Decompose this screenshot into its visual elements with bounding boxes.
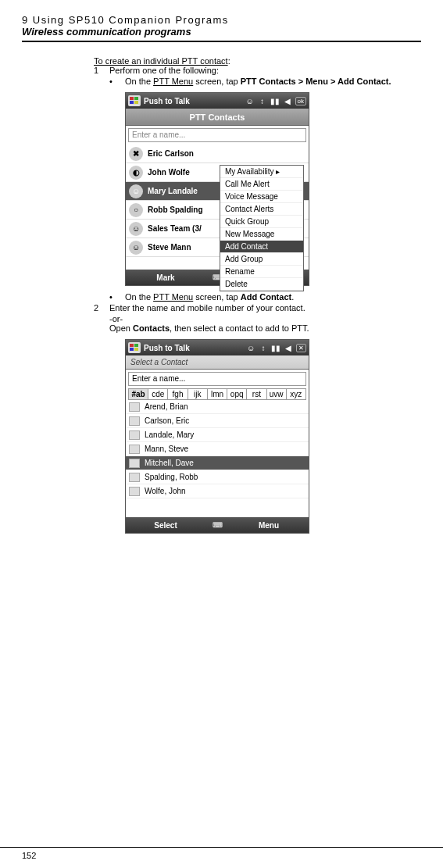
screen-heading: PTT Contacts — [126, 109, 309, 126]
signal-icon: ▮▮ — [270, 344, 281, 352]
step-num: 1 — [94, 66, 109, 75]
phone-frame: Push to Talk ☺ ↕ ▮▮ ◀ ok PTT Contacts En… — [125, 92, 309, 286]
status-circle-icon: ○ — [129, 203, 143, 217]
smiley-status-icon: ☺ — [245, 97, 255, 105]
tab[interactable]: #ab — [129, 389, 148, 399]
soft-key-right[interactable]: Menu — [229, 521, 309, 530]
phone-frame: Push to Talk ☺ ↕ ▮▮ ◀ ✕ Select a Contact… — [125, 339, 309, 534]
list-item-label: Steve Mann — [148, 243, 191, 252]
speaker-icon: ◀ — [282, 97, 293, 105]
list-item[interactable]: ✖Eric Carlson — [126, 145, 309, 163]
search-input[interactable]: Enter a name... — [128, 372, 306, 386]
svg-rect-4 — [130, 344, 134, 347]
svg-rect-0 — [130, 97, 134, 100]
step-1: 1 Perform one of the following: — [94, 66, 405, 75]
list-item[interactable]: Landale, Mary — [126, 428, 309, 442]
contact-card-icon — [129, 445, 140, 454]
tab[interactable]: ijk — [188, 389, 208, 399]
menu-item-selected[interactable]: Add Contact — [220, 241, 303, 253]
contact-card-icon — [129, 459, 140, 468]
tab[interactable]: rst — [247, 389, 266, 399]
status-smiley-icon: ☺ — [129, 222, 143, 236]
bullet-1a: • On the PTT Menu screen, tap PTT Contac… — [109, 77, 405, 86]
menu-item[interactable]: New Message — [220, 228, 303, 241]
list-item-label: Landale, Mary — [145, 430, 194, 439]
tab[interactable]: fgh — [168, 389, 188, 399]
menu-item[interactable]: My Availability ▸ — [220, 166, 303, 178]
smiley-status-icon: ☺ — [245, 344, 256, 352]
list-item-label: Eric Carlson — [148, 149, 194, 158]
list-item-label: Robb Spalding — [148, 205, 203, 214]
search-input[interactable]: Enter a name... — [128, 128, 306, 142]
list-item-label: Mann, Steve — [145, 445, 188, 453]
windows-flag-icon — [128, 342, 141, 353]
menu-item[interactable]: Voice Message — [220, 191, 303, 203]
list-item[interactable]: Spalding, Robb — [126, 470, 309, 484]
status-x-icon: ✖ — [129, 147, 143, 161]
ptt-menu-link: PTT Menu — [153, 292, 193, 302]
list-item[interactable]: Carlson, Eric — [126, 414, 309, 428]
window-title: Push to Talk — [144, 97, 244, 105]
step-2b: Open Contacts, then select a contact to … — [109, 323, 405, 333]
menu-item[interactable]: Call Me Alert — [220, 178, 303, 191]
tab[interactable]: cde — [148, 389, 168, 399]
sync-icon: ↕ — [257, 97, 268, 105]
keyboard-icon[interactable]: ⌨ — [205, 521, 229, 529]
contact-list: Arend, Brian Carlson, Eric Landale, Mary… — [126, 400, 309, 517]
bold-label: Contacts — [133, 323, 170, 333]
menu-item[interactable]: Add Group — [220, 253, 303, 266]
contact-card-icon — [129, 473, 140, 482]
menu-item[interactable]: Quick Group — [220, 216, 303, 228]
title-bar: Push to Talk ☺ ↕ ▮▮ ◀ ok — [126, 93, 309, 109]
bold-label: Add Contact — [241, 292, 291, 302]
screenshot-2: Push to Talk ☺ ↕ ▮▮ ◀ ✕ Select a Contact… — [125, 339, 405, 534]
list-item-label: Mitchell, Dave — [145, 459, 194, 467]
list-item-label: Spalding, Robb — [145, 473, 198, 481]
list-item-label: Carlson, Eric — [145, 416, 189, 425]
contact-card-icon — [129, 487, 140, 496]
list-item-label: Mary Landale — [148, 187, 198, 195]
sync-icon: ↕ — [258, 344, 269, 352]
svg-rect-6 — [130, 348, 134, 351]
bullet-dot-icon: • — [109, 77, 125, 86]
intro-link: To create an individual PTT contact — [94, 56, 228, 66]
ok-button[interactable]: ok — [295, 97, 306, 105]
screenshot-1: Push to Talk ☺ ↕ ▮▮ ◀ ok PTT Contacts En… — [125, 92, 405, 286]
signal-icon: ▮▮ — [270, 97, 280, 105]
svg-rect-2 — [130, 101, 134, 104]
list-item-label: Arend, Brian — [145, 402, 188, 411]
status-half-icon: ◐ — [129, 166, 143, 180]
header-chapter: 9 Using SP510 Companion Programs — [22, 14, 421, 26]
page-header: 9 Using SP510 Companion Programs Wireles… — [22, 14, 421, 42]
list-item[interactable]: Arend, Brian — [126, 400, 309, 414]
soft-key-left[interactable]: Mark — [126, 273, 205, 282]
menu-item[interactable]: Delete — [220, 278, 303, 291]
soft-key-bar: Select ⌨ Menu — [126, 517, 309, 533]
svg-rect-7 — [134, 348, 138, 351]
windows-flag-icon — [128, 95, 141, 106]
bullet-1b: • On the PTT Menu screen, tap Add Contac… — [109, 292, 405, 302]
header-section: Wireless communication programs — [22, 26, 421, 38]
tab[interactable]: uvw — [267, 389, 287, 399]
title-bar: Push to Talk ☺ ↕ ▮▮ ◀ ✕ — [126, 340, 309, 355]
soft-key-left[interactable]: Select — [126, 521, 205, 530]
tab[interactable]: xyz — [287, 389, 305, 399]
tab[interactable]: lmn — [208, 389, 227, 399]
list-item[interactable]: Wolfe, John — [126, 484, 309, 498]
step-text: Perform one of the following: — [109, 66, 219, 75]
list-item-label: John Wolfe — [148, 168, 190, 177]
content-body: To create an individual PTT contact: 1 P… — [94, 56, 405, 534]
svg-rect-5 — [134, 344, 138, 347]
menu-item[interactable]: Rename — [220, 266, 303, 278]
list-item-selected[interactable]: Mitchell, Dave — [126, 456, 309, 470]
contact-card-icon — [129, 416, 140, 426]
bullet-text: On the PTT Menu screen, tap PTT Contacts… — [125, 77, 391, 86]
intro-line: To create an individual PTT contact: — [94, 56, 405, 66]
list-item-label: Sales Team (3/ — [148, 224, 202, 233]
close-button[interactable]: ✕ — [296, 344, 306, 352]
list-item[interactable]: Mann, Steve — [126, 442, 309, 456]
tab[interactable]: opq — [227, 389, 247, 399]
menu-item[interactable]: Contact Alerts — [220, 203, 303, 216]
contact-card-icon — [129, 402, 140, 412]
step-text: Enter the name and mobile number of your… — [109, 303, 305, 313]
